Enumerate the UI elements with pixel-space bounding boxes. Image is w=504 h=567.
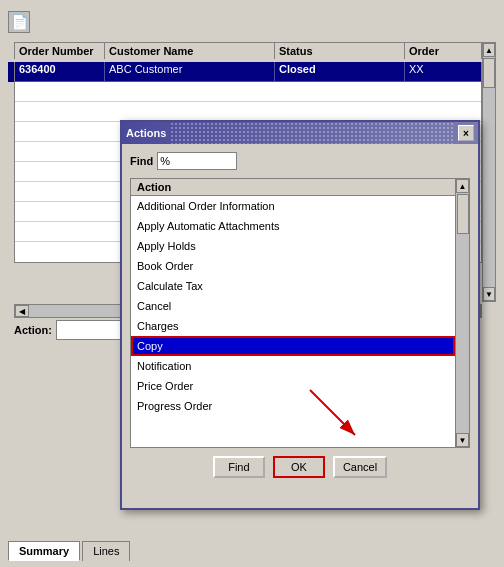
list-item-copy[interactable]: Copy bbox=[131, 336, 455, 356]
scroll-down-arrow[interactable]: ▼ bbox=[483, 287, 495, 301]
action-label: Action: bbox=[14, 324, 52, 336]
list-scroll-thumb[interactable] bbox=[457, 194, 469, 234]
col-order: Order bbox=[405, 43, 445, 59]
col-order-number: Order Number bbox=[15, 43, 105, 59]
scroll-thumb[interactable] bbox=[483, 58, 495, 88]
dialog-close-button[interactable]: × bbox=[458, 125, 474, 141]
actions-list[interactable]: Action Additional Order Information Appl… bbox=[130, 178, 470, 448]
list-header: Action bbox=[131, 179, 455, 196]
col-status: Status bbox=[275, 43, 405, 59]
tab-summary[interactable]: Summary bbox=[8, 541, 80, 561]
list-scroll-up[interactable]: ▲ bbox=[456, 179, 469, 193]
tab-lines[interactable]: Lines bbox=[82, 541, 130, 561]
cancel-button[interactable]: Cancel bbox=[333, 456, 387, 478]
table-row[interactable]: 636400 ABC Customer Closed XX bbox=[14, 62, 482, 82]
find-label: Find bbox=[130, 155, 153, 167]
find-button[interactable]: Find bbox=[213, 456, 265, 478]
cell-order-extra: XX bbox=[405, 62, 445, 81]
list-item[interactable]: Apply Holds bbox=[131, 236, 455, 256]
dialog-title: Actions bbox=[126, 127, 166, 139]
col-customer-name: Customer Name bbox=[105, 43, 275, 59]
ok-button[interactable]: OK bbox=[273, 456, 325, 478]
cell-order-number: 636400 bbox=[15, 62, 105, 81]
list-scroll-down[interactable]: ▼ bbox=[456, 433, 469, 447]
empty-row bbox=[15, 102, 481, 122]
titlebar-pattern bbox=[170, 122, 454, 144]
list-item[interactable]: Price Order bbox=[131, 376, 455, 396]
list-item[interactable]: Apply Automatic Attachments bbox=[131, 216, 455, 236]
main-window: 📄 Order Number Customer Name Status Orde… bbox=[0, 0, 504, 567]
list-item[interactable]: Progress Order bbox=[131, 396, 455, 416]
vertical-scrollbar[interactable]: ▲ ▼ bbox=[482, 42, 496, 302]
table-header: Order Number Customer Name Status Order bbox=[14, 42, 482, 59]
toolbar-document-icon[interactable]: 📄 bbox=[8, 11, 30, 33]
find-input[interactable] bbox=[157, 152, 237, 170]
list-item[interactable]: Additional Order Information bbox=[131, 196, 455, 216]
bottom-tabs: Summary Lines bbox=[8, 541, 130, 561]
actions-dialog: Actions × Find Action Additional Order I… bbox=[120, 120, 480, 510]
dialog-body: Find Action Additional Order Information… bbox=[122, 144, 478, 486]
list-scrollbar[interactable]: ▲ ▼ bbox=[455, 179, 469, 447]
list-content: Action Additional Order Information Appl… bbox=[131, 179, 455, 447]
scroll-left-arrow[interactable]: ◀ bbox=[15, 305, 29, 317]
cell-status: Closed bbox=[275, 62, 405, 81]
dialog-buttons: Find OK Cancel bbox=[130, 456, 470, 478]
empty-row bbox=[15, 82, 481, 102]
list-item[interactable]: Calculate Tax bbox=[131, 276, 455, 296]
find-row: Find bbox=[130, 152, 470, 170]
toolbar: 📄 bbox=[8, 8, 488, 36]
list-scroll-track[interactable] bbox=[456, 193, 469, 433]
dialog-titlebar: Actions × bbox=[122, 122, 478, 144]
list-item[interactable]: Charges bbox=[131, 316, 455, 336]
scroll-track[interactable] bbox=[483, 89, 495, 287]
list-item[interactable]: Cancel bbox=[131, 296, 455, 316]
list-item[interactable]: Notification bbox=[131, 356, 455, 376]
list-item[interactable]: Book Order bbox=[131, 256, 455, 276]
scroll-up-arrow[interactable]: ▲ bbox=[483, 43, 495, 57]
cell-customer-name: ABC Customer bbox=[105, 62, 275, 81]
